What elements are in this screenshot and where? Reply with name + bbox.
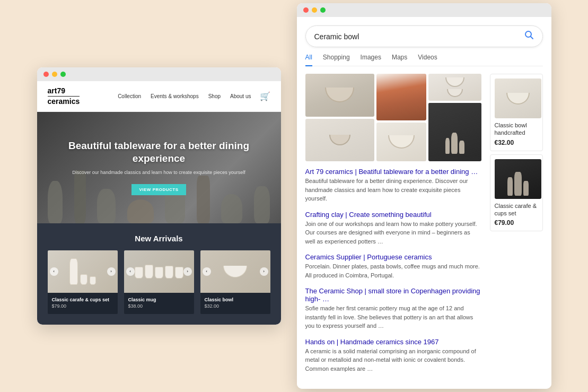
search-input[interactable] [314,32,524,41]
mug-1 [135,267,143,278]
mug-3 [155,267,163,278]
tab-all[interactable]: All [305,54,312,66]
dark-vessels [445,133,464,154]
product-price-bowl: $32.00 [205,303,266,309]
shop-card-info-bowl: Classic bowl handcrafted €32.00 [495,118,538,146]
cup-2 [90,276,96,285]
product-card-bowl[interactable]: ‹ › Classic bowl $32.00 [200,250,270,314]
image-thumb-3[interactable] [428,74,481,101]
bowl-shape-1 [325,88,354,102]
search-button[interactable] [524,30,534,42]
svg-line-1 [530,37,532,39]
result-title-1[interactable]: Crafting clay | Create something beautif… [305,211,481,219]
product-card-carafe[interactable]: ‹ › Classic carafe & cups set $79.00 [48,250,118,314]
ceramics-nav: art79 ceramics Collection Events & works… [37,81,281,112]
product-card-mug[interactable]: ‹ › Classic mug $38.00 [124,250,194,314]
product-prev-arrow-bowl[interactable]: ‹ [203,267,211,276]
nav-link-shop[interactable]: Shop [208,93,221,99]
product-prev-arrow-mug[interactable]: ‹ [126,267,135,276]
tab-videos[interactable]: Videos [418,54,437,66]
image-thumb-2[interactable] [376,74,426,120]
result-item-4: Hands on | Handmade ceramics since 1967 … [305,338,481,373]
bowl-visual-4 [305,119,374,162]
search-bar[interactable] [305,25,543,47]
search-icon [524,30,534,40]
dot-green-r [320,7,326,13]
dark-vessel-a [507,177,513,196]
product-name-mug: Classic mug [128,297,190,302]
product-name-bowl: Classic bowl [205,297,266,302]
view-products-button[interactable]: VIEW PRODUCTS [131,184,186,195]
ceramics-browser: art79 ceramics Collection Events & works… [37,67,281,325]
mug-5 [175,267,183,278]
nav-link-events[interactable]: Events & workshops [151,93,199,99]
result-item-2: Ceramics Supplier | Portuguese ceramics … [305,253,481,280]
bowl-visual-5 [376,123,426,161]
product-next-arrow-bowl[interactable]: › [260,267,268,276]
ceramics-logo: art79 ceramics [48,86,80,106]
image-thumb-dark[interactable] [428,103,481,161]
image-col-mid [376,74,426,161]
product-info-mug: Classic mug $38.00 [124,293,194,314]
cup-1 [80,274,87,285]
result-title-0[interactable]: Art 79 ceramics | Beatiful tableware for… [305,168,481,176]
result-item-3: The Ceramic Shop | small store in Copenh… [305,287,481,330]
result-title-2[interactable]: Ceramics Supplier | Portuguese ceramics [305,253,481,261]
shop-card-img-bowl [495,79,541,118]
bowl-shape-5 [388,135,415,149]
browser-titlebar-right [297,3,551,17]
dot-green [60,72,66,77]
result-item-1: Crafting clay | Create something beautif… [305,211,481,246]
dark-vessel-3 [459,141,464,154]
search-main: Art 79 ceramics | Beatiful tableware for… [305,74,481,380]
image-col-right [428,74,481,161]
bowl-illustration [223,266,247,277]
product-name-carafe: Classic carafe & cups set [52,297,113,302]
bowl-visual-1 [305,74,374,117]
dark-carafe-shape [507,172,529,196]
hero-subtitle: Discover our handmade classics and learn… [48,169,270,177]
bowl-visual-3 [428,74,481,101]
tab-maps[interactable]: Maps [392,54,407,66]
result-title-3[interactable]: The Ceramic Shop | small store in Copenh… [305,287,481,303]
product-next-arrow-mug[interactable]: › [183,267,192,276]
new-arrivals-section: New Arrivals ‹ › Classic carafe & c [37,223,281,325]
mug-illustration [135,265,183,278]
product-next-arrow-carafe[interactable]: › [107,267,116,276]
result-desc-2: Porcelain. Dinner plates, pasta bowls, c… [305,262,481,280]
tab-shopping[interactable]: Shopping [323,54,350,66]
image-col-left [305,74,374,161]
result-title-4[interactable]: Hands on | Handmade ceramics since 1967 [305,338,481,346]
ceramics-site: art79 ceramics Collection Events & works… [37,81,281,325]
tab-images[interactable]: Images [361,54,381,66]
result-desc-3: Sofie made her first ceramic pottery mug… [305,304,481,330]
product-prev-arrow-carafe[interactable]: ‹ [50,267,58,276]
nav-link-collection[interactable]: Collection [118,93,141,99]
product-image-carafe: ‹ › [48,250,118,293]
shop-card-bowl[interactable]: Classic bowl handcrafted €32.00 [490,74,543,151]
shop-card-carafe[interactable]: Classic carafe & cups set €79.00 [490,154,543,232]
dark-vessel-b [514,172,522,196]
bowl-stack-1 [445,77,464,87]
product-image-bowl: ‹ › [200,250,270,293]
result-item-0: Art 79 ceramics | Beatiful tableware for… [305,168,481,203]
shop-card-title-bowl: Classic bowl handcrafted [495,121,538,137]
shopping-sidebar: Classic bowl handcrafted €32.00 C [490,74,543,380]
dark-vessel-1 [445,138,450,154]
image-thumb-4[interactable] [305,119,374,162]
image-thumb-5[interactable] [376,123,426,161]
bowl-visual-2 [376,74,426,120]
shop-card-title-carafe: Classic carafe & cups set [495,202,538,217]
cart-icon[interactable]: 🛒 [260,91,270,101]
dot-red [43,72,49,77]
dot-yellow [52,72,57,77]
nav-link-about[interactable]: About us [230,93,251,99]
search-site: All Shopping Images Maps Videos [297,17,551,389]
shop-card-img-carafe [495,159,541,199]
bowl-stack [445,77,464,97]
dot-yellow-r [312,7,317,13]
result-desc-0: Beautiful tableware for a better dining … [305,177,481,203]
image-thumb-1[interactable] [305,74,374,117]
image-grid [305,74,481,161]
result-desc-4: A ceramic is a solid material comprising… [305,347,481,373]
